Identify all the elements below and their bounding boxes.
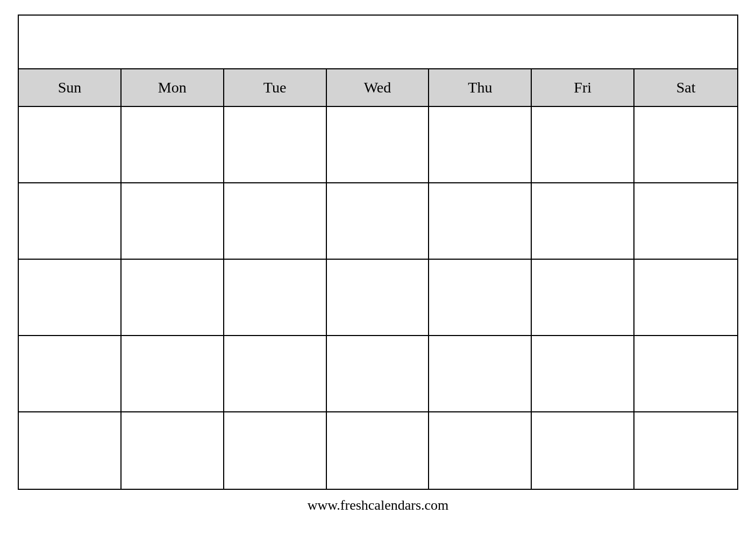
cell-1-1 (19, 107, 122, 182)
cell-4-6 (532, 336, 634, 411)
cell-1-7 (634, 107, 737, 182)
calendar-body (19, 107, 737, 489)
header-mon: Mon (122, 69, 224, 106)
cell-2-3 (224, 183, 327, 259)
cell-4-1 (19, 336, 122, 411)
cell-2-6 (532, 183, 634, 259)
cell-4-2 (122, 336, 224, 411)
cell-2-2 (122, 183, 224, 259)
cell-1-2 (122, 107, 224, 182)
cell-3-1 (19, 260, 122, 335)
cell-3-3 (224, 260, 327, 335)
cell-4-7 (634, 336, 737, 411)
cell-5-2 (122, 412, 224, 489)
header-thu: Thu (429, 69, 532, 106)
cell-2-5 (429, 183, 532, 259)
calendar-footer: www.freshcalendars.com (18, 490, 738, 521)
week-row-3 (19, 260, 737, 336)
cell-4-4 (327, 336, 430, 411)
cell-1-6 (532, 107, 634, 182)
week-row-1 (19, 107, 737, 183)
cell-1-3 (224, 107, 327, 182)
calendar-title-area (19, 16, 737, 69)
cell-5-5 (429, 412, 532, 489)
cell-3-7 (634, 260, 737, 335)
cell-5-4 (327, 412, 430, 489)
cell-5-6 (532, 412, 634, 489)
week-row-4 (19, 336, 737, 412)
calendar-header: Sun Mon Tue Wed Thu Fri Sat (19, 69, 737, 107)
cell-4-5 (429, 336, 532, 411)
header-tue: Tue (224, 69, 327, 106)
cell-5-7 (634, 412, 737, 489)
week-row-2 (19, 183, 737, 260)
cell-5-1 (19, 412, 122, 489)
cell-2-7 (634, 183, 737, 259)
cell-1-5 (429, 107, 532, 182)
cell-3-2 (122, 260, 224, 335)
header-wed: Wed (327, 69, 430, 106)
header-sat: Sat (634, 69, 737, 106)
cell-3-4 (327, 260, 430, 335)
cell-4-3 (224, 336, 327, 411)
cell-2-1 (19, 183, 122, 259)
calendar-container: Sun Mon Tue Wed Thu Fri Sat (18, 15, 738, 490)
header-sun: Sun (19, 69, 122, 106)
cell-3-6 (532, 260, 634, 335)
week-row-5 (19, 412, 737, 489)
cell-1-4 (327, 107, 430, 182)
header-fri: Fri (532, 69, 634, 106)
cell-5-3 (224, 412, 327, 489)
cell-2-4 (327, 183, 430, 259)
calendar-wrapper: Sun Mon Tue Wed Thu Fri Sat (18, 15, 738, 521)
cell-3-5 (429, 260, 532, 335)
